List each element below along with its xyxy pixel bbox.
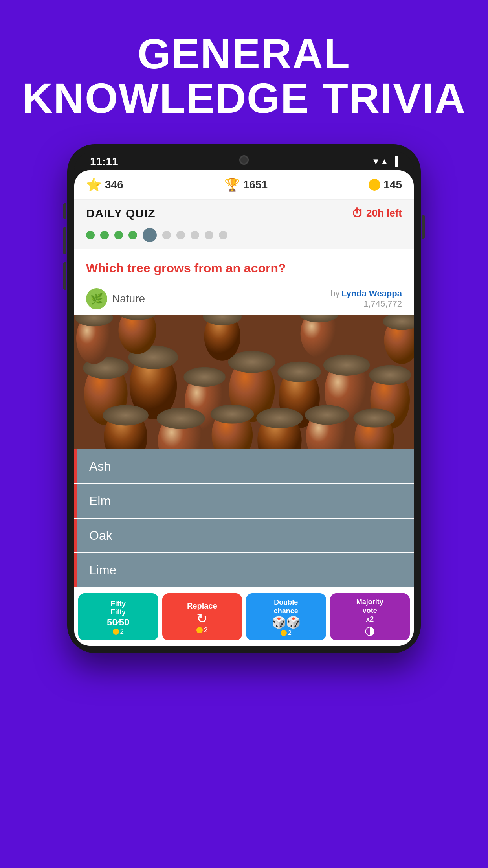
powerups-bar: FiftyFifty 50⁄50 2 Replace ↻ 2 Doublecha… (74, 588, 414, 646)
powerup-replace[interactable]: Replace ↻ 2 (162, 593, 242, 640)
timer-value: 20h left (366, 207, 402, 219)
question-text: Which tree grows from an acorn? (86, 260, 402, 277)
svg-point-24 (305, 405, 349, 425)
trophy-stat: 🏆 1651 (224, 177, 268, 192)
svg-point-10 (277, 362, 321, 382)
svg-point-18 (157, 408, 205, 429)
majority-vote-icon: ◑ (365, 623, 375, 637)
double-chance-label: Doublechance (274, 598, 298, 615)
answer-text-lime: Lime (89, 563, 116, 577)
dot-2 (100, 231, 109, 239)
answer-text-oak: Oak (89, 528, 112, 543)
quiz-image (74, 315, 414, 449)
author-plays: 1,745,772 (330, 299, 402, 309)
svg-point-6 (183, 367, 225, 387)
stats-bar: ⭐ 346 🏆 1651 145 (74, 170, 414, 200)
answer-option-oak[interactable]: Oak (74, 519, 414, 552)
coin-icon (369, 179, 380, 191)
powerup-majority-vote[interactable]: Majorityvotex2 ◑ (330, 593, 410, 640)
status-icons: ▼▲ ▐ (372, 156, 398, 167)
phone-side-button-right (422, 215, 425, 239)
fifty-fifty-icon: 50⁄50 (107, 617, 129, 628)
answer-text-elm: Elm (89, 494, 111, 508)
dot-4 (128, 231, 137, 239)
progress-dots (74, 224, 414, 249)
nature-icon: 🌿 (90, 293, 103, 305)
phone-side-button-left-2 (63, 227, 66, 254)
double-chance-cost-value: 2 (288, 629, 292, 637)
dot-1 (86, 231, 95, 239)
double-chance-icon: 🎲🎲 (272, 615, 301, 629)
majority-vote-label: Majorityvotex2 (356, 598, 383, 623)
timer-icon: ⏱ (351, 207, 363, 220)
coin-dot-3 (281, 630, 287, 636)
phone-camera (239, 155, 249, 165)
author-by: by (330, 289, 339, 298)
star-icon: ⭐ (86, 177, 102, 192)
status-time: 11:11 (90, 155, 118, 168)
dot-10 (219, 231, 227, 239)
coin-dot-1 (113, 629, 119, 635)
answer-text-ash: Ash (89, 459, 111, 474)
stars-value: 346 (105, 178, 123, 191)
answer-option-lime[interactable]: Lime (74, 553, 414, 587)
replace-icon: ↻ (196, 611, 207, 626)
dot-5-current (143, 228, 157, 242)
category-name: Nature (112, 292, 145, 305)
category-icon: 🌿 (86, 288, 107, 309)
question-area: Which tree grows from an acorn? (74, 249, 414, 283)
double-chance-cost: 2 (281, 629, 292, 637)
page-title: GENERAL KNOWLEDGE TRIVIA (22, 31, 466, 121)
replace-cost: 2 (196, 626, 207, 634)
dot-9 (205, 231, 213, 239)
category-row: 🌿 Nature by Lynda Weappa 1,745,772 (74, 283, 414, 315)
battery-icon: ▐ (392, 156, 398, 167)
trophy-value: 1651 (243, 178, 268, 191)
svg-point-12 (323, 355, 370, 376)
daily-quiz-header: DAILY QUIZ ⏱ 20h left (74, 200, 414, 224)
dot-3 (114, 231, 123, 239)
svg-point-20 (211, 405, 254, 424)
dot-7 (176, 231, 185, 239)
author-name: Lynda Weappa (341, 289, 402, 298)
answer-option-ash[interactable]: Ash (74, 449, 414, 483)
timer-badge: ⏱ 20h left (351, 207, 402, 220)
phone-screen: ⭐ 346 🏆 1651 145 DAILY QUIZ ⏱ 20h left (74, 170, 414, 646)
answers-area: Ash Elm Oak Lime (74, 449, 414, 587)
replace-label: Replace (187, 601, 217, 611)
author-info: by Lynda Weappa 1,745,772 (330, 289, 402, 309)
trophy-icon: 🏆 (224, 177, 240, 192)
fifty-fifty-cost: 2 (113, 628, 124, 636)
powerup-double-chance[interactable]: Doublechance 🎲🎲 2 (246, 593, 326, 640)
coin-dot-2 (196, 627, 203, 633)
fifty-fifty-cost-value: 2 (120, 628, 124, 636)
daily-quiz-title: DAILY QUIZ (86, 207, 156, 220)
svg-point-26 (353, 409, 395, 428)
phone-notch-area: 11:11 ▼▲ ▐ (74, 151, 414, 170)
phone-mockup: 11:11 ▼▲ ▐ ⭐ 346 🏆 1651 145 DAILY QUIZ (67, 144, 421, 653)
dot-6 (162, 231, 171, 239)
stars-stat: ⭐ 346 (86, 177, 123, 192)
dot-8 (191, 231, 199, 239)
phone-side-button-left-3 (63, 262, 66, 290)
svg-point-14 (369, 365, 411, 385)
fifty-fifty-label: FiftyFifty (111, 600, 126, 617)
svg-point-22 (256, 408, 303, 428)
coins-stat: 145 (369, 178, 402, 191)
wifi-icon: ▼▲ (372, 156, 389, 167)
svg-point-16 (103, 405, 149, 426)
phone-side-button-left-1 (63, 203, 66, 219)
powerup-fifty-fifty[interactable]: FiftyFifty 50⁄50 2 (78, 593, 158, 640)
coins-value: 145 (383, 178, 402, 191)
answer-option-elm[interactable]: Elm (74, 484, 414, 518)
category-left: 🌿 Nature (86, 288, 145, 309)
replace-cost-value: 2 (204, 626, 207, 634)
svg-point-8 (228, 351, 276, 373)
